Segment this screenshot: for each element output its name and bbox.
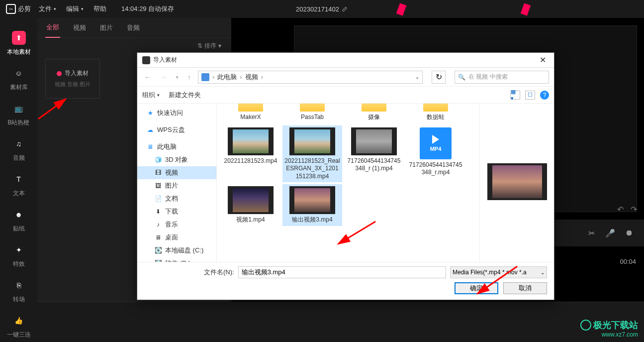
breadcrumb[interactable]: › 此电脑 › 视频 › ⌄: [198, 71, 423, 84]
file-video-2[interactable]: 202211281523_RealESRGAN_3X_1201151238.mp…: [282, 125, 342, 183]
nav-history-button[interactable]: ▾: [174, 75, 181, 80]
sidebar-audio[interactable]: ♫音频: [0, 132, 37, 167]
folder-makerx[interactable]: MakerX: [221, 104, 280, 123]
help-button[interactable]: ?: [540, 91, 549, 100]
mp4-file-icon: MP4: [420, 127, 452, 159]
search-icon: 🔍: [458, 74, 465, 81]
sidebar-triple-click[interactable]: 👍一键三连: [0, 309, 37, 342]
close-button[interactable]: ✕: [537, 55, 549, 65]
sidebar-downloads[interactable]: ⬇下载: [137, 205, 216, 218]
view-mode-button[interactable]: ▦ ▾: [510, 91, 520, 100]
ok-button[interactable]: 确定: [455, 282, 498, 294]
pc-icon: 🖥: [146, 143, 154, 151]
tab-image[interactable]: 图片: [99, 18, 114, 37]
redo-button[interactable]: ↷: [631, 205, 637, 214]
dialog-toolbar: 组织▾ 新建文件夹 ▦ ▾ ☐ ?: [137, 87, 554, 104]
watermark: 极光下载站 www.xz7.com: [580, 319, 638, 338]
undo-redo-group: ↶ ↷: [617, 205, 637, 214]
sidebar-effects[interactable]: ✦特效: [0, 238, 37, 273]
nav-up-button[interactable]: ↑: [185, 73, 193, 81]
sidebar-desktop[interactable]: 🖥桌面: [137, 231, 216, 244]
sidebar-drive-c[interactable]: 💽本地磁盘 (C:): [137, 244, 216, 257]
organize-button[interactable]: 组织▾: [142, 91, 160, 100]
nav-forward-button[interactable]: →: [158, 73, 169, 81]
document-icon: 📄: [154, 195, 162, 203]
dialog-body: ★快速访问 ☁WPS云盘 🖥此电脑 🧊3D 对象 🎞视频 🖼图片 📄文档 ⬇下载…: [137, 104, 554, 262]
note-icon: ♪: [154, 221, 162, 228]
sidebar-drive-d[interactable]: 💽软件 (D:): [137, 257, 216, 262]
sidebar-quick-access[interactable]: ★快速访问: [137, 107, 216, 119]
file-video-3[interactable]: 7172604544134745348_r (1).mp4: [344, 125, 404, 183]
undo-button[interactable]: ↶: [617, 205, 624, 214]
sidebar-documents[interactable]: 📄文档: [137, 192, 216, 205]
refresh-button[interactable]: ↻: [432, 71, 446, 84]
sidebar-transition[interactable]: ⎘转场: [0, 273, 37, 309]
disk-icon: 💽: [154, 246, 162, 254]
menu-file[interactable]: 文件▾: [39, 4, 56, 13]
cut-tool-button[interactable]: ✂: [586, 228, 596, 238]
sticker-icon: ☻: [12, 208, 26, 222]
sidebar-local-media[interactable]: ⬆本地素材: [0, 26, 37, 61]
menu-edit[interactable]: 编辑▾: [66, 4, 84, 13]
tab-all[interactable]: 全部: [45, 18, 60, 38]
sidebar-bilibili-meme[interactable]: 📺B站热梗: [0, 97, 37, 132]
filename-input[interactable]: [238, 266, 446, 278]
breadcrumb-chevron-icon[interactable]: ⌄: [415, 74, 419, 80]
sidebar-pictures[interactable]: 🖼图片: [137, 179, 216, 192]
cloud-icon: ☁: [146, 126, 154, 134]
sidebar-library[interactable]: ☺素材库: [0, 61, 37, 97]
library-icon: ☺: [12, 66, 26, 80]
folder-datafrog[interactable]: 数据蛙: [406, 104, 465, 123]
tab-audio[interactable]: 音频: [126, 18, 141, 37]
file-video-1[interactable]: 202211281523.mp4: [221, 125, 280, 183]
thumb-icon: 👍: [12, 314, 26, 328]
sidebar-music[interactable]: ♪音乐: [137, 218, 216, 231]
mic-button[interactable]: 🎤: [605, 228, 615, 238]
preview-thumbnail: [487, 163, 547, 200]
cube-icon: 🧊: [154, 156, 162, 164]
cancel-button[interactable]: 取消: [503, 282, 547, 294]
folder-camera[interactable]: 摄像: [344, 104, 404, 123]
time-display: 00:04: [620, 258, 636, 265]
tab-video[interactable]: 视频: [72, 18, 87, 37]
sidebar-sticker[interactable]: ☻贴纸: [0, 203, 37, 238]
sidebar-text[interactable]: T文本: [0, 167, 37, 203]
sort-icon: ⇅: [197, 42, 202, 49]
desktop-icon: 🖥: [154, 233, 162, 241]
media-tabs: 全部 视频 图片 音频: [37, 18, 231, 38]
logo-icon: ✂: [6, 4, 16, 14]
pencil-icon: [342, 6, 348, 12]
nav-back-button[interactable]: ←: [142, 73, 153, 81]
filename-label: 文件名(N):: [204, 268, 234, 277]
folder-icon: [300, 104, 325, 112]
preview-pane-button[interactable]: ☐: [525, 91, 535, 100]
project-title[interactable]: 202302171402: [296, 5, 348, 13]
upload-icon: ⬆: [12, 31, 26, 45]
dialog-footer: 文件名(N): Media Files(*.mp4 *.mov *.a⌄ 确定 …: [137, 262, 554, 300]
menu-help[interactable]: 帮助: [93, 4, 106, 13]
new-folder-button[interactable]: 新建文件夹: [169, 91, 201, 100]
music-icon: ♫: [12, 137, 26, 151]
plus-dot-icon: [57, 71, 62, 76]
folder-icon: [362, 104, 386, 112]
chevron-down-icon: ▾: [218, 42, 221, 49]
file-video-5[interactable]: 视频1.mp4: [221, 184, 280, 226]
folder-passtab[interactable]: PassTab: [282, 104, 342, 123]
filetype-select[interactable]: Media Files(*.mp4 *.mov *.a⌄: [450, 266, 547, 278]
import-card[interactable]: 导入素材 视频 音频 图片: [45, 59, 100, 99]
dialog-titlebar: 导入素材 ✕: [137, 53, 554, 68]
dialog-icon: [142, 56, 150, 64]
video-thumb-icon: [289, 186, 335, 214]
sort-row[interactable]: ⇅ 排序 ▾: [37, 38, 231, 54]
sidebar-this-pc[interactable]: 🖥此电脑: [137, 140, 216, 153]
file-video-4[interactable]: MP47172604544134745348_r.mp4: [406, 125, 465, 183]
sidebar-videos[interactable]: 🎞视频: [137, 166, 216, 179]
sidebar-wps-cloud[interactable]: ☁WPS云盘: [137, 123, 216, 136]
timeline-area[interactable]: [37, 302, 644, 342]
file-video-6[interactable]: 输出视频3.mp4: [282, 184, 342, 226]
tv-icon: 📺: [12, 102, 26, 115]
record-button[interactable]: ⏺: [624, 228, 634, 238]
sidebar-3d-objects[interactable]: 🧊3D 对象: [137, 153, 216, 166]
search-input[interactable]: 🔍 在 视频 中搜索: [455, 71, 549, 84]
left-sidebar: ⬆本地素材 ☺素材库 📺B站热梗 ♫音频 T文本 ☻贴纸 ✦特效 ⎘转场 👍一键…: [0, 18, 37, 342]
